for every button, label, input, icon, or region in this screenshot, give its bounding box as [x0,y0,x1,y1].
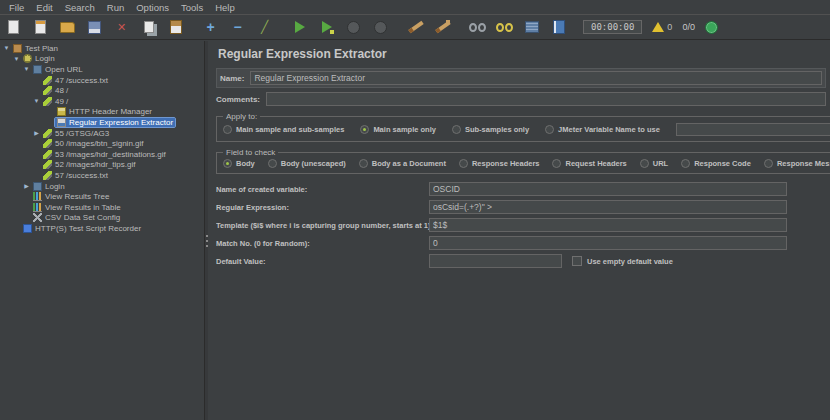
default-value-row: Default Value: Use empty default value [216,254,826,268]
tree-item-login-2[interactable]: Login [0,181,204,192]
start-icon[interactable] [291,19,308,36]
radio-request-headers[interactable]: Request Headers [552,159,626,168]
menu-help[interactable]: Help [210,1,240,14]
radio-response-message[interactable]: Response Message [764,159,830,168]
radio-response-headers[interactable]: Response Headers [459,159,540,168]
tree-item-login[interactable]: Login [0,54,204,65]
search-reset-icon[interactable] [496,19,513,36]
menu-tools[interactable]: Tools [176,1,208,14]
tree-item-label: 47 /success.txt [55,76,108,85]
cut-icon[interactable] [113,19,130,36]
thread-group-icon [23,54,32,63]
menu-run[interactable]: Run [102,1,129,14]
clear-all-icon[interactable] [434,19,451,36]
radio-body-as-document[interactable]: Body as a Document [359,159,446,168]
tree-item-http-header-manager[interactable]: HTTP Header Manager [0,107,204,118]
field-to-check-legend: Field to check [223,148,278,157]
tree-item-view-results-tree[interactable]: View Results Tree [0,191,204,202]
tree-item-label: 52 /images/hdr_tips.gif [55,160,136,169]
variable-name-input[interactable] [429,182,787,196]
name-input[interactable] [250,71,822,85]
tree-item-regex-extractor[interactable]: Regular Expression Extractor [0,117,204,128]
expander-icon[interactable] [22,181,31,191]
templates-icon[interactable] [32,19,49,36]
tree-item-label: 50 /images/btn_signin.gif [55,139,144,148]
tree-item-label: View Results in Table [45,203,121,212]
tree-item-53-hdr-destinations[interactable]: 53 /images/hdr_destinations.gif [0,149,204,160]
stop-icon[interactable] [345,19,362,36]
radio-sub-samples-only[interactable]: Sub-samples only [452,125,529,134]
match-no-input[interactable] [429,236,787,250]
start-no-pauses-icon[interactable] [318,19,335,36]
radio-main-sample-and-subsamples[interactable]: Main sample and sub-samples [223,125,344,134]
expander-icon[interactable] [22,64,31,74]
radio-icon [459,159,468,168]
paste-icon[interactable] [167,19,184,36]
page-title: Regular Expression Extractor [218,47,826,61]
radio-body[interactable]: Body [223,159,255,168]
expander-icon[interactable] [32,96,41,106]
radio-body-unescaped[interactable]: Body (unescaped) [268,159,346,168]
clear-icon[interactable] [407,19,424,36]
radio-url[interactable]: URL [640,159,668,168]
radio-label: Main sample and sub-samples [236,125,344,134]
tree-item-49[interactable]: 49 / [0,96,204,107]
tree-node: 47 /success.txt [41,76,110,85]
tree-item-55-gtsg[interactable]: 55 /GTSG/AG3 [0,128,204,139]
expander-icon[interactable] [2,43,11,53]
tree-node: Open URL [31,65,85,74]
toggle-icon[interactable] [256,19,273,36]
menu-file[interactable]: File [4,1,29,14]
expander-icon[interactable] [32,128,41,138]
expander-icon[interactable] [12,54,21,64]
radio-main-sample-only[interactable]: Main sample only [360,125,436,134]
default-value-input[interactable] [429,254,562,268]
radio-label: Response Headers [472,159,540,168]
tree-item-label: 49 / [55,97,68,106]
help-icon[interactable] [550,19,567,36]
menu-edit[interactable]: Edit [31,1,57,14]
tree-item-test-plan[interactable]: Test Plan [0,43,204,54]
new-file-icon[interactable] [5,19,22,36]
tree-item-48[interactable]: 48 / [0,85,204,96]
toolbar: 00:00:00 0 0/0 [0,15,830,40]
function-helper-icon[interactable] [523,19,540,36]
copy-icon[interactable] [140,19,157,36]
menu-search[interactable]: Search [60,1,100,14]
tree-item-57-success[interactable]: 57 /success.txt [0,170,204,181]
tree-item-view-results-table[interactable]: View Results in Table [0,202,204,213]
regex-input[interactable] [429,200,787,214]
radio-label: Body [236,159,255,168]
tree-node: HTTP Header Manager [55,107,154,116]
menu-options[interactable]: Options [131,1,174,14]
warning-count: 0 [667,22,672,32]
name-label: Name: [220,74,244,83]
open-file-icon[interactable] [59,19,76,36]
tree-node: 50 /images/btn_signin.gif [41,139,146,148]
radio-jmeter-variable[interactable]: JMeter Variable Name to use [545,125,660,134]
template-input[interactable] [429,218,787,232]
tree-node: CSV Data Set Config [31,213,122,222]
add-icon[interactable] [202,19,219,36]
http-request-icon [43,139,52,148]
radio-label: Response Code [694,159,751,168]
tree-item-label: HTTP(S) Test Script Recorder [35,224,141,233]
tree-item-csv-data-set[interactable]: CSV Data Set Config [0,213,204,224]
log-errors-indicator[interactable]: 0 [652,22,672,32]
search-icon[interactable] [469,19,486,36]
test-plan-tree: Test Plan Login Open URL 47 /success.txt… [0,41,205,420]
use-empty-default-checkbox[interactable] [572,256,582,266]
remove-icon[interactable] [229,19,246,36]
tree-item-52-hdr-tips[interactable]: 52 /images/hdr_tips.gif [0,160,204,171]
tree-item-open-url[interactable]: Open URL [0,64,204,75]
jmeter-variable-input[interactable] [676,123,830,136]
radio-response-code[interactable]: Response Code [681,159,751,168]
tree-item-47-success[interactable]: 47 /success.txt [0,75,204,86]
tree-item-50-btn-signin[interactable]: 50 /images/btn_signin.gif [0,138,204,149]
shutdown-icon[interactable] [372,19,389,36]
http-request-icon [43,171,52,180]
save-icon[interactable] [86,19,103,36]
tree-item-recorder[interactable]: HTTP(S) Test Script Recorder [0,223,204,234]
regex-extractor-icon [57,118,66,127]
comments-input[interactable] [266,92,826,106]
